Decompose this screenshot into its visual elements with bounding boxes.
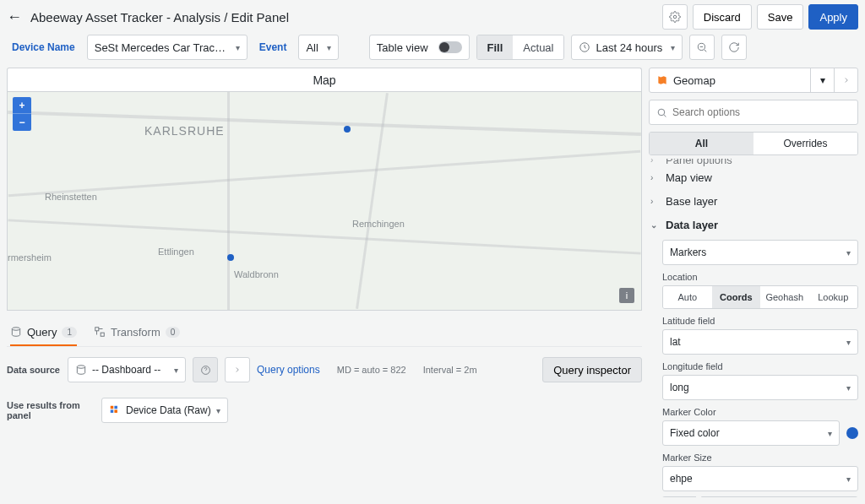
data-source-label: Data source xyxy=(7,365,61,375)
marker-size-value: ehpe xyxy=(670,473,693,485)
use-results-label: Use results from panel xyxy=(7,400,95,420)
map-panel[interactable]: + − KARLSRUHE Rheinstetten Ettlingen Wal… xyxy=(7,91,642,311)
vis-dropdown-button[interactable]: ▾ xyxy=(810,68,834,92)
marker-color-select[interactable]: Fixed color ▾ xyxy=(662,420,840,446)
zoom-in-button[interactable]: + xyxy=(13,97,31,114)
options-search-input[interactable] xyxy=(672,106,851,118)
caret-down-icon: ▾ xyxy=(828,429,832,438)
map-label-rheinstetten: Rheinstetten xyxy=(45,192,97,202)
tab-query-label: Query xyxy=(27,326,57,339)
map-zoom-controls: + − xyxy=(13,97,31,131)
options-tabs: All Overrides xyxy=(649,132,858,155)
min-input[interactable]: 2 xyxy=(701,496,858,497)
tab-all[interactable]: All xyxy=(650,133,753,154)
database-icon xyxy=(75,364,87,376)
apply-button[interactable]: Apply xyxy=(808,4,858,30)
device-name-value: SeSt Mercedes Car Tracker - 24-AD xyxy=(95,41,227,54)
vis-next-button[interactable] xyxy=(834,68,857,92)
map-marker[interactable] xyxy=(344,126,351,133)
table-view-toggle[interactable]: Table view xyxy=(369,35,470,60)
zoom-out-button[interactable]: − xyxy=(13,114,31,131)
section-panel-options[interactable]: ›Panel options xyxy=(649,159,858,165)
save-button[interactable]: Save xyxy=(757,4,804,30)
tab-query[interactable]: Query 1 xyxy=(10,319,77,346)
map-info-button[interactable]: i xyxy=(619,288,634,303)
map-marker[interactable] xyxy=(227,254,234,261)
lon-field-value: long xyxy=(670,382,689,393)
layer-type-select[interactable]: Markers ▾ xyxy=(662,240,858,265)
use-results-select[interactable]: Device Data (Raw) ▾ xyxy=(101,398,228,423)
settings-button[interactable] xyxy=(662,4,688,30)
device-name-label: Device Name xyxy=(7,41,80,53)
location-geohash[interactable]: Geohash xyxy=(760,286,809,308)
query-md: MD = auto = 822 xyxy=(337,365,406,375)
location-auto[interactable]: Auto xyxy=(663,286,712,308)
caret-down-icon: ▾ xyxy=(327,43,331,52)
back-arrow-icon[interactable]: ← xyxy=(7,8,22,26)
lat-field-label: Latitude field xyxy=(662,316,858,326)
page-title: Abeeway Asset Tracker - Analysis / Edit … xyxy=(30,10,289,24)
refresh-icon xyxy=(728,41,740,53)
lat-field-select[interactable]: lat ▾ xyxy=(662,329,858,355)
event-select[interactable]: All ▾ xyxy=(298,35,338,60)
svg-point-12 xyxy=(658,109,665,116)
tab-transform-count: 0 xyxy=(166,327,181,338)
zoom-out-button[interactable] xyxy=(689,35,715,60)
refresh-button[interactable] xyxy=(721,35,747,60)
data-source-help-button[interactable] xyxy=(193,357,218,382)
caret-down-icon: ▾ xyxy=(846,248,851,257)
location-label: Location xyxy=(662,272,858,282)
fill-option[interactable]: Fill xyxy=(477,35,514,59)
caret-down-icon: ▾ xyxy=(216,406,220,415)
caret-down-icon: ▾ xyxy=(820,74,825,86)
layer-type-value: Markers xyxy=(670,247,706,258)
options-search[interactable] xyxy=(649,100,858,125)
database-icon xyxy=(10,326,22,338)
chevron-down-icon: ⌄ xyxy=(650,220,659,230)
expand-query-options[interactable] xyxy=(225,357,250,382)
grid-icon xyxy=(109,404,121,416)
search-icon xyxy=(656,107,667,118)
clock-icon xyxy=(579,41,590,53)
device-name-select[interactable]: SeSt Mercedes Car Tracker - 24-AD ▾ xyxy=(87,35,248,60)
marker-color-swatch[interactable] xyxy=(846,427,858,439)
section-base-layer[interactable]: ›Base layer xyxy=(649,189,858,213)
use-results-value: Device Data (Raw) xyxy=(126,404,211,416)
data-source-select[interactable]: -- Dashboard -- ▾ xyxy=(68,357,186,382)
svg-point-6 xyxy=(77,366,84,369)
query-transform-tabs: Query 1 Transform 0 xyxy=(7,319,642,347)
map-label-remchingen: Remchingen xyxy=(352,219,405,229)
map-label-waldbronn: Waldbronn xyxy=(234,269,279,279)
event-label: Event xyxy=(254,41,292,53)
lon-field-select[interactable]: long ▾ xyxy=(662,375,858,400)
discard-button[interactable]: Discard xyxy=(693,4,752,30)
toggle-switch[interactable] xyxy=(438,41,462,53)
caret-down-icon: ▾ xyxy=(236,43,240,52)
map-label-karlsruhe: KARLSRUHE xyxy=(144,124,225,138)
chevron-right-icon xyxy=(842,76,851,84)
visualization-picker[interactable]: Geomap xyxy=(650,74,810,87)
svg-rect-5 xyxy=(101,333,104,336)
time-range-select[interactable]: Last 24 hours ▾ xyxy=(571,35,683,60)
chevron-right-icon xyxy=(233,366,242,374)
marker-size-label: Marker Size xyxy=(662,453,858,463)
svg-rect-4 xyxy=(95,328,99,331)
lat-field-value: lat xyxy=(670,336,681,348)
query-options-link[interactable]: Query options xyxy=(257,364,320,376)
location-coords[interactable]: Coords xyxy=(712,286,761,308)
svg-rect-9 xyxy=(111,409,114,413)
query-inspector-button[interactable]: Query inspector xyxy=(542,357,642,382)
time-range-value: Last 24 hours xyxy=(596,41,662,54)
marker-size-select[interactable]: ehpe ▾ xyxy=(662,466,858,491)
location-lookup[interactable]: Lookup xyxy=(809,286,858,308)
caret-down-icon: ▾ xyxy=(671,43,675,52)
tab-transform[interactable]: Transform 0 xyxy=(94,319,180,346)
section-data-layer[interactable]: ⌄Data layer xyxy=(649,213,858,236)
caret-down-icon: ▾ xyxy=(846,338,851,347)
marker-color-label: Marker Color xyxy=(662,407,858,417)
svg-rect-11 xyxy=(114,409,117,413)
tab-overrides[interactable]: Overrides xyxy=(753,133,857,154)
actual-option[interactable]: Actual xyxy=(513,35,563,59)
tab-query-count: 1 xyxy=(62,327,77,338)
section-map-view[interactable]: ›Map view xyxy=(649,165,858,189)
